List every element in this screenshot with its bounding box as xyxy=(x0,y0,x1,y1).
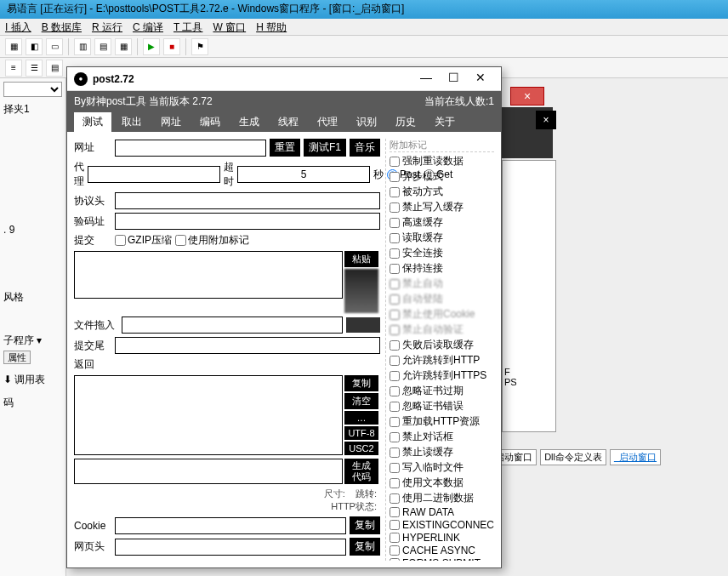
menu-help[interactable]: H 帮助 xyxy=(256,20,287,33)
bottom-tab-active[interactable]: _启动窗口 xyxy=(610,449,661,465)
checklist-item[interactable]: 忽略证书过期 xyxy=(390,384,494,398)
copy-button[interactable]: 复制 xyxy=(344,375,378,391)
tab-thread[interactable]: 线程 xyxy=(270,112,307,132)
verify-input[interactable] xyxy=(115,213,380,230)
toolbar-btn[interactable]: ▦ xyxy=(5,38,22,55)
tab-about[interactable]: 关于 xyxy=(426,112,464,132)
toolbar-btn[interactable]: ▥ xyxy=(74,38,91,55)
checklist-item[interactable]: 异步模式 xyxy=(390,169,494,184)
bg-close-button[interactable]: × xyxy=(510,87,544,106)
tab-url[interactable]: 网址 xyxy=(152,112,190,132)
tab-extract[interactable]: 取出 xyxy=(113,112,151,132)
checklist-item[interactable]: EXISTINGCONNEC xyxy=(390,519,494,531)
protocol-input[interactable] xyxy=(115,192,380,209)
checklist-item[interactable]: 忽略证书错误 xyxy=(390,399,494,413)
left-childprog[interactable]: 子程序 xyxy=(3,334,34,346)
checklist-item[interactable]: 失败后读取缓存 xyxy=(390,338,494,352)
proxy-input[interactable] xyxy=(88,166,220,183)
maximize-button[interactable]: ☐ xyxy=(440,71,467,88)
cookie-input[interactable] xyxy=(115,517,346,534)
checklist-item[interactable]: 自动登陆 xyxy=(390,292,494,306)
url-input[interactable] xyxy=(115,140,266,157)
timeout-input[interactable] xyxy=(237,166,370,183)
tab-test[interactable]: 测试 xyxy=(74,112,111,132)
toolbar-btn[interactable]: ▦ xyxy=(115,38,132,55)
music-button[interactable]: 音乐 xyxy=(350,139,380,157)
checklist-item[interactable]: 保持连接 xyxy=(390,261,494,276)
toolbar-btn[interactable]: ☰ xyxy=(26,60,43,77)
checklist-item[interactable]: 重加载HTTP资源 xyxy=(390,414,494,429)
left-combo[interactable] xyxy=(3,82,62,97)
extra-textarea[interactable] xyxy=(74,459,343,484)
toolbar-btn[interactable]: ▤ xyxy=(46,60,63,77)
checklist-item[interactable]: 禁止对话框 xyxy=(390,430,494,444)
usc2-button[interactable]: USC2 xyxy=(344,442,378,455)
status-row: 尺寸: 跳转: HTTP状态: xyxy=(74,488,380,513)
left-calltable[interactable]: 调用表 xyxy=(14,374,45,385)
checklist-item[interactable]: 安全连接 xyxy=(390,246,494,260)
toolbar-btn[interactable]: ≡ xyxy=(5,60,22,77)
menu-run[interactable]: R 运行 xyxy=(92,20,122,33)
checklist-item[interactable]: 禁止自动 xyxy=(390,277,494,291)
menu-database[interactable]: B 数据库 xyxy=(42,20,82,33)
gzip-checkbox[interactable]: GZIP压缩 xyxy=(115,233,172,248)
checklist-item[interactable]: 允许跳转到HTTP xyxy=(390,353,494,368)
bg-dark-close[interactable]: × xyxy=(536,111,556,129)
minimize-button[interactable]: — xyxy=(412,71,440,88)
checklist-item[interactable]: 允许跳转到HTTPS xyxy=(390,368,494,383)
gencode-button[interactable]: 生成代码 xyxy=(344,459,378,484)
menu-tools[interactable]: T 工具 xyxy=(173,20,202,33)
use-extra-checkbox[interactable]: 使用附加标记 xyxy=(175,233,249,248)
paste-button[interactable]: 粘贴 xyxy=(344,251,378,267)
menu-insert[interactable]: I 插入 xyxy=(5,20,31,33)
url-label: 网址 xyxy=(74,140,111,155)
more-button[interactable]: … xyxy=(344,411,378,425)
checklist-item[interactable]: 禁止使用Cookie xyxy=(390,307,494,322)
checklist-item[interactable]: 读取缓存 xyxy=(390,231,494,245)
cookie-copy-button[interactable]: 复制 xyxy=(350,516,380,534)
toolbar-btn[interactable]: ▤ xyxy=(94,38,111,55)
checklist-item[interactable]: 写入临时文件 xyxy=(390,460,494,475)
checklist-item[interactable]: 高速缓存 xyxy=(390,215,494,230)
submit-textarea[interactable] xyxy=(74,251,343,299)
checklist-item[interactable]: 使用二进制数据 xyxy=(390,491,494,505)
cookie-label: Cookie xyxy=(74,520,111,532)
tab-recognize[interactable]: 识别 xyxy=(348,112,385,132)
reset-button[interactable]: 重置 xyxy=(270,139,300,157)
checklist-item[interactable]: HYPERLINK xyxy=(390,532,494,544)
clear-button[interactable]: 清空 xyxy=(344,393,378,409)
checklist-item[interactable]: FORMS SUBMIT xyxy=(390,557,494,561)
filedrag-input[interactable] xyxy=(122,317,343,334)
toolbar-stop-icon[interactable]: ■ xyxy=(163,38,180,55)
submittail-input[interactable] xyxy=(115,337,380,354)
utf8-button[interactable]: UTF-8 xyxy=(344,426,378,440)
checklist-item[interactable]: 禁止自动验证 xyxy=(390,322,494,337)
toolbar-btn[interactable]: ▭ xyxy=(46,38,63,55)
checklist-item[interactable]: 禁止读缓存 xyxy=(390,445,494,459)
checklist-item[interactable]: RAW DATA xyxy=(390,506,494,518)
tab-history[interactable]: 历史 xyxy=(387,112,424,132)
post-titlebar[interactable]: ● post2.72 — ☐ ✕ xyxy=(67,67,501,91)
toolbar-run-icon[interactable]: ▶ xyxy=(143,38,160,55)
toolbar-btn[interactable]: ◧ xyxy=(26,38,43,55)
tab-proxy[interactable]: 代理 xyxy=(309,112,346,132)
toolbar-btn[interactable]: ⚑ xyxy=(191,38,208,55)
left-attr-button[interactable]: 属性 xyxy=(3,351,31,364)
testf1-button[interactable]: 测试F1 xyxy=(304,139,346,157)
webhead-copy-button[interactable]: 复制 xyxy=(350,538,380,556)
checklist-item[interactable]: CACHE ASYNC xyxy=(390,545,494,556)
checklist-item[interactable]: 被动方式 xyxy=(390,185,494,199)
ide-menubar: I 插入 B 数据库 R 运行 C 编译 T 工具 W 窗口 H 帮助 xyxy=(0,19,728,36)
checklist-item[interactable]: 强制重读数据 xyxy=(390,154,494,168)
menu-window[interactable]: W 窗口 xyxy=(213,20,246,33)
return-textarea[interactable] xyxy=(74,375,343,455)
checklist-item[interactable]: 禁止写入缓存 xyxy=(390,200,494,214)
webhead-input[interactable] xyxy=(115,539,346,556)
tab-generate[interactable]: 生成 xyxy=(230,112,268,132)
filedrag-label: 文件拖入 xyxy=(74,318,118,333)
tab-encode[interactable]: 编码 xyxy=(191,112,229,132)
checklist-item[interactable]: 使用文本数据 xyxy=(390,476,494,490)
menu-compile[interactable]: C 编译 xyxy=(133,20,163,33)
bottom-tab[interactable]: Dll命令定义表 xyxy=(540,449,606,465)
close-button[interactable]: ✕ xyxy=(467,71,494,88)
